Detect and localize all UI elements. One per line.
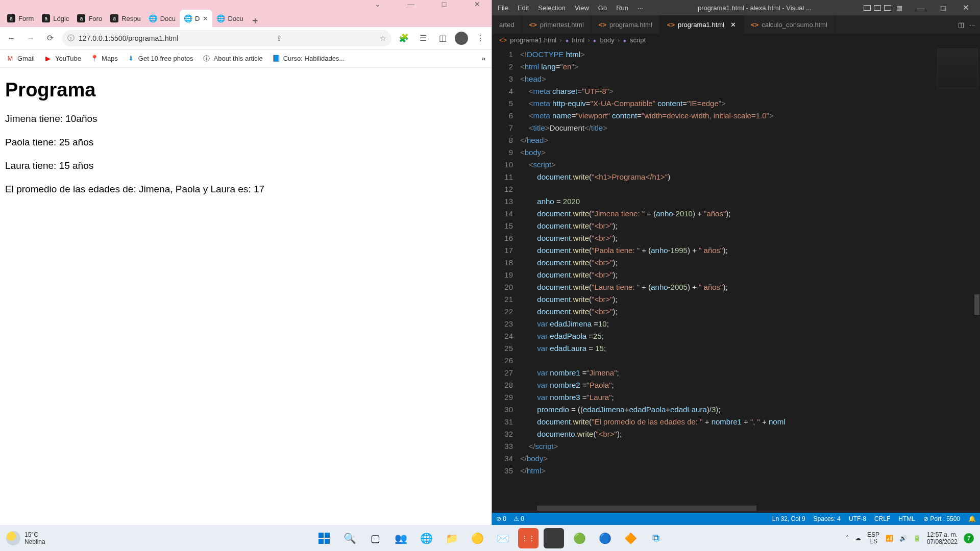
browser-tab[interactable]: 🌐Docu xyxy=(145,10,180,27)
notes-icon[interactable] xyxy=(544,528,564,548)
menu-item[interactable]: Go xyxy=(596,3,609,13)
tray-chevron-icon[interactable]: ˄ xyxy=(846,535,849,542)
browser-tab[interactable]: aForm xyxy=(3,10,38,27)
edge-icon[interactable]: 🌐 xyxy=(416,528,436,548)
menu-item[interactable]: File xyxy=(495,3,511,13)
close-button[interactable]: ✕ xyxy=(954,0,977,15)
panel-toggle-icon[interactable] xyxy=(864,5,871,11)
menu-item[interactable]: ··· xyxy=(635,3,646,13)
breadcrumb-item[interactable]: programa1.html xyxy=(510,36,556,44)
browser-tab[interactable]: aLógic xyxy=(38,10,73,27)
breadcrumb-item[interactable]: body xyxy=(600,36,614,44)
eol-status[interactable]: CRLF xyxy=(874,515,890,522)
bookmark-item[interactable]: MGmail xyxy=(6,55,35,63)
code-editor[interactable]: 1234567891011121314151617181920212223242… xyxy=(492,46,980,506)
editor-tab[interactable]: <>primertest.html xyxy=(522,15,592,34)
vertical-scrollbar[interactable] xyxy=(973,46,980,506)
browser-tab[interactable]: 🌐D✕ xyxy=(180,10,212,27)
live-server-port[interactable]: ⊘ Port : 5500 xyxy=(923,515,960,522)
dropdown-icon[interactable]: ⌄ xyxy=(368,0,388,8)
chrome-icon[interactable]: 🟡 xyxy=(467,528,487,548)
editor-tab[interactable]: <>programa.html xyxy=(592,15,660,34)
share-icon[interactable]: ⇪ xyxy=(276,34,282,42)
forward-button[interactable]: → xyxy=(23,31,38,45)
profile-avatar[interactable] xyxy=(455,32,468,45)
task-view-icon[interactable]: ▢ xyxy=(365,528,385,548)
bookmarks-overflow-icon[interactable]: » xyxy=(482,55,485,62)
bookmark-item[interactable]: ⓘAbout this article xyxy=(203,55,263,63)
minimize-icon[interactable]: — xyxy=(401,0,421,8)
maximize-button[interactable]: □ xyxy=(932,0,954,15)
maximize-icon[interactable]: □ xyxy=(434,0,454,8)
editor-tab[interactable]: arted xyxy=(492,15,522,34)
errors-count[interactable]: ⊘ 0 xyxy=(496,515,506,522)
encoding-status[interactable]: UTF-8 xyxy=(849,515,866,522)
search-icon[interactable]: 🔍 xyxy=(339,528,360,548)
minimap[interactable] xyxy=(937,48,978,89)
panel-toggle-icon[interactable] xyxy=(874,5,881,11)
battery-icon[interactable]: 🔋 xyxy=(913,535,921,542)
notifications-icon[interactable]: 🔔 xyxy=(968,515,976,522)
code-area[interactable]: <!DOCTYPE html><html lang="en"><head> <m… xyxy=(520,46,980,506)
browser-titlebar[interactable]: ⌄ — □ ✕ xyxy=(0,0,492,8)
kebab-menu-icon[interactable]: ⋮ xyxy=(473,31,487,45)
cursor-position[interactable]: Ln 32, Col 9 xyxy=(772,515,805,522)
new-tab-button[interactable]: + xyxy=(248,15,263,27)
app-icon[interactable]: ⋮⋮ xyxy=(518,528,538,548)
menu-item[interactable]: Selection xyxy=(535,3,568,13)
clock[interactable]: 12:57 a. m.07/08/2022 xyxy=(927,531,958,545)
split-editor-icon[interactable]: ◫ xyxy=(958,21,964,29)
favicon-icon: 🌐 xyxy=(149,14,157,22)
editor-tab[interactable]: <>calculo_consumo.html xyxy=(744,15,835,34)
browser-tab[interactable]: aForo xyxy=(73,10,106,27)
site-info-icon[interactable]: ⓘ xyxy=(67,34,75,43)
tab-close-icon[interactable]: ✕ xyxy=(203,15,208,22)
app-icon[interactable]: 🔶 xyxy=(620,528,641,548)
bookmark-item[interactable]: ▶YouTube xyxy=(44,55,81,63)
url-input[interactable]: ⓘ 127.0.0.1:5500/programa1.html ⇪ ☆ xyxy=(62,30,391,46)
menu-item[interactable]: View xyxy=(572,3,592,13)
extensions-icon[interactable]: 🧩 xyxy=(397,31,411,45)
vscode-titlebar[interactable]: FileEditSelectionViewGoRun··· programa1.… xyxy=(492,0,980,15)
editor-tab[interactable]: <>programa1.html✕ xyxy=(660,15,744,34)
volume-icon[interactable]: 🔊 xyxy=(899,535,907,542)
start-button[interactable] xyxy=(314,528,334,548)
browser-tab[interactable]: aRespu xyxy=(106,10,145,27)
spotify-icon[interactable]: 🟢 xyxy=(569,528,590,548)
browser-tab[interactable]: 🌐Docu xyxy=(212,10,247,27)
teams-icon[interactable]: 👥 xyxy=(390,528,411,548)
menu-item[interactable]: Run xyxy=(614,3,631,13)
sidepanel-icon[interactable]: ◫ xyxy=(435,31,450,45)
weather-widget[interactable]: 15°CNeblina xyxy=(6,531,45,545)
menu-item[interactable]: Edit xyxy=(515,3,531,13)
more-actions-icon[interactable]: ··· xyxy=(969,21,975,29)
warnings-count[interactable]: ⚠ 0 xyxy=(513,515,524,522)
onedrive-icon[interactable]: ☁ xyxy=(855,535,861,542)
reload-button[interactable]: ⟳ xyxy=(43,31,57,45)
close-icon[interactable]: ✕ xyxy=(467,0,487,8)
tab-close-icon[interactable]: ✕ xyxy=(730,21,736,29)
bookmark-item[interactable]: ⬇Get 10 free photos xyxy=(127,55,193,63)
wifi-icon[interactable]: 📶 xyxy=(886,535,893,542)
bookmark-item[interactable]: 📘Curso: Habilidades... xyxy=(272,55,345,63)
minimize-button[interactable]: — xyxy=(910,0,932,15)
notification-badge[interactable]: 7 xyxy=(964,533,974,543)
breadcrumb-item[interactable]: html xyxy=(572,36,585,44)
back-button[interactable]: ← xyxy=(4,31,18,45)
panel-toggle-icon[interactable] xyxy=(884,5,891,11)
chrome-canary-icon[interactable]: 🔵 xyxy=(595,528,615,548)
language-mode[interactable]: HTML xyxy=(898,515,915,522)
breadcrumb-item[interactable]: script xyxy=(630,36,646,44)
layout-icon[interactable]: ▦ xyxy=(896,4,902,12)
breadcrumb[interactable]: <> programa1.html ›⬥ html ›⬥ body ›⬥ scr… xyxy=(492,34,980,46)
language-indicator[interactable]: ESPES xyxy=(867,532,879,545)
vscode-icon[interactable]: ⧉ xyxy=(646,528,666,548)
layout-controls[interactable]: ▦ xyxy=(864,4,902,12)
explorer-icon[interactable]: 📁 xyxy=(442,528,462,548)
indent-status[interactable]: Spaces: 4 xyxy=(814,515,841,522)
bookmark-item[interactable]: 📍Maps xyxy=(90,55,118,63)
horizontal-scrollbar[interactable] xyxy=(492,506,980,513)
reading-list-icon[interactable]: ☰ xyxy=(416,31,430,45)
mail-icon[interactable]: ✉️ xyxy=(493,528,513,548)
bookmark-star-icon[interactable]: ☆ xyxy=(380,34,386,42)
